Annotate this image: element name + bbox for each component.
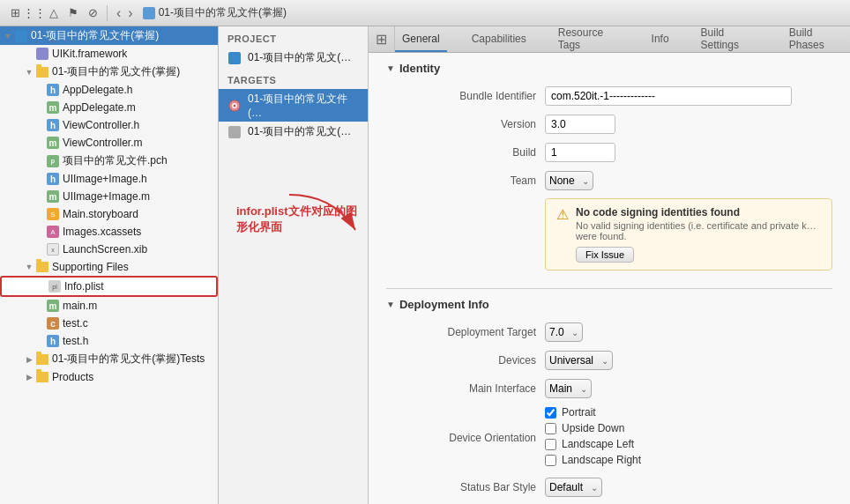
middle-panel: PROJECT 01-项目中的常见文(… TARGETS 01-项目中的常见文件… bbox=[219, 26, 369, 504]
bundle-identifier-label: Bundle Identifier bbox=[386, 90, 545, 102]
section-triangle-icon: ▼ bbox=[386, 63, 395, 73]
team-select-wrapper: None ⌄ bbox=[545, 171, 593, 190]
app-icon: ⊞ bbox=[7, 5, 23, 21]
devices-wrapper: Universal ⌄ bbox=[545, 351, 613, 370]
sidebar-item-uiimage-m[interactable]: ▶ m UIImage+Image.m bbox=[0, 188, 218, 205]
landscape-left-label: Landscape Left bbox=[562, 438, 634, 450]
sidebar-item-viewcontroller-h[interactable]: ▶ h ViewController.h bbox=[0, 116, 218, 134]
project-section-header: PROJECT bbox=[219, 26, 368, 48]
pch-icon: p bbox=[46, 154, 60, 168]
sidebar-item-products[interactable]: ▶ Products bbox=[0, 368, 218, 386]
warning-triangle-icon: ⚠ bbox=[556, 206, 569, 223]
section-triangle-icon: ▼ bbox=[386, 300, 395, 309]
identity-label: Identity bbox=[399, 62, 440, 75]
sidebar-item-test-h[interactable]: ▶ h test.h bbox=[0, 332, 218, 350]
version-input[interactable] bbox=[545, 115, 615, 134]
devices-select[interactable]: Universal bbox=[545, 351, 613, 370]
landscape-right-checkbox[interactable] bbox=[545, 455, 556, 466]
status-bar-select[interactable]: Default bbox=[545, 478, 602, 497]
m-icon: m bbox=[46, 189, 60, 204]
storyboard-icon: S bbox=[46, 207, 60, 221]
tabs: General Capabilities Resource Tags Info … bbox=[395, 26, 850, 52]
sidebar-item-uikit[interactable]: ▶ UIKit.framework bbox=[0, 45, 218, 63]
middle-target-test[interactable]: 01-项目中的常见文(… bbox=[219, 122, 368, 142]
sidebar-item-test-c[interactable]: ▶ c test.c bbox=[0, 315, 218, 332]
landscape-left-checkbox[interactable] bbox=[545, 439, 556, 450]
target-icon bbox=[227, 99, 242, 113]
project-folder-label: 01-项目中的常见文件(掌握) bbox=[52, 64, 180, 79]
annotation-text: infor.plist文件对应的图形化界面 bbox=[236, 204, 368, 235]
sidebar-item-launchxib[interactable]: ▶ x LaunchScreen.xib bbox=[0, 241, 218, 258]
version-label: Version bbox=[386, 118, 545, 130]
sidebar-item-uiimage-h[interactable]: ▶ h UIImage+Image.h bbox=[0, 170, 218, 188]
m-icon: m bbox=[46, 100, 60, 115]
back-button[interactable]: ‹ bbox=[114, 5, 123, 21]
sidebar-item-supporting[interactable]: ▼ Supporting Files bbox=[0, 258, 218, 276]
warning-icon: ⊘ bbox=[85, 5, 101, 21]
tab-capabilities[interactable]: Capabilities bbox=[465, 27, 533, 52]
deployment-section-title: ▼ Deployment Info bbox=[386, 298, 832, 311]
identity-section-title: ▼ Identity bbox=[386, 62, 832, 75]
triangle-icon: ▼ bbox=[25, 68, 34, 77]
warning-text-block: No code signing identities found No vali… bbox=[576, 206, 821, 263]
h-icon: h bbox=[46, 118, 60, 132]
h-icon: h bbox=[46, 172, 60, 186]
folder-icon bbox=[35, 370, 49, 384]
uikit-label: UIKit.framework bbox=[52, 48, 127, 60]
upside-down-label: Upside Down bbox=[562, 422, 624, 434]
project-icon bbox=[227, 51, 242, 65]
svg-point-2 bbox=[234, 104, 236, 107]
sidebar-item-pch[interactable]: ▶ p 项目中的常见文件.pch bbox=[0, 152, 218, 170]
c-icon: c bbox=[46, 316, 60, 330]
version-row: Version bbox=[386, 114, 832, 135]
main-layout: ▼ 01-项目中的常见文件(掌握) ▶ UIKit.framework ▼ 01… bbox=[0, 26, 850, 504]
sidebar-item-appdelegate-m[interactable]: ▶ m AppDelegate.m bbox=[0, 99, 218, 116]
nav-buttons[interactable]: ‹ › bbox=[114, 5, 136, 21]
sidebar-item-infoplist[interactable]: ▶ pl Info.plist bbox=[0, 276, 218, 297]
deployment-target-wrapper: 7.0 ⌄ bbox=[545, 322, 583, 342]
deployment-section: ▼ Deployment Info Deployment Target 7.0 … bbox=[386, 298, 832, 504]
targets-section-header: TARGETS bbox=[219, 68, 368, 89]
tab-bar: ⊞ General Capabilities Resource Tags Inf… bbox=[369, 26, 850, 53]
framework-icon bbox=[35, 47, 49, 61]
warning-desc: No valid signing identities (i.e. certif… bbox=[576, 220, 821, 241]
sidebar-item-viewcontroller-m[interactable]: ▶ m ViewController.m bbox=[0, 134, 218, 152]
sidebar-item-mainstoryboard[interactable]: ▶ S Main.storyboard bbox=[0, 205, 218, 223]
sidebar-item-project[interactable]: ▼ 01-项目中的常见文件(掌握) bbox=[0, 63, 218, 81]
sidebar-item-tests[interactable]: ▶ 01-项目中的常见文件(掌握)Tests bbox=[0, 350, 218, 368]
sidebar-item-root[interactable]: ▼ 01-项目中的常见文件(掌握) bbox=[0, 26, 218, 45]
content-area: ▼ Identity Bundle Identifier Version Bui… bbox=[369, 53, 850, 504]
upside-down-checkbox[interactable] bbox=[545, 423, 556, 434]
tab-general[interactable]: General bbox=[395, 27, 447, 52]
forward-button[interactable]: › bbox=[125, 5, 135, 21]
team-select[interactable]: None bbox=[545, 171, 593, 190]
main-interface-select[interactable]: Main bbox=[545, 379, 592, 398]
h-icon: h bbox=[46, 83, 60, 97]
identity-section: ▼ Identity Bundle Identifier Version Bui… bbox=[386, 62, 832, 271]
upside-down-row: Upside Down bbox=[545, 422, 641, 434]
middle-project-item[interactable]: 01-项目中的常见文(… bbox=[219, 48, 368, 68]
plist-icon: pl bbox=[48, 279, 62, 293]
fix-issue-button[interactable]: Fix Issue bbox=[576, 247, 634, 263]
middle-target-main[interactable]: 01-项目中的常见文件(… bbox=[219, 89, 368, 122]
bundle-identifier-input[interactable] bbox=[545, 86, 792, 106]
sidebar-item-main-m[interactable]: ▶ m main.m bbox=[0, 297, 218, 315]
deployment-target-select[interactable]: 7.0 bbox=[545, 322, 583, 342]
portrait-checkbox[interactable] bbox=[545, 407, 556, 419]
sidebar-item-appdelegate-h[interactable]: ▶ h AppDelegate.h bbox=[0, 81, 218, 99]
sidebar-toggle-button[interactable]: ⊞ bbox=[369, 26, 395, 52]
team-label: Team bbox=[386, 174, 545, 187]
main-interface-row: Main Interface Main ⌄ bbox=[386, 378, 832, 399]
tab-info[interactable]: Info bbox=[645, 27, 676, 52]
portrait-row: Portrait bbox=[545, 406, 641, 419]
build-input[interactable] bbox=[545, 143, 615, 162]
status-bar-label: Status Bar Style bbox=[386, 481, 545, 493]
target-main-label: 01-项目中的常见文件(… bbox=[248, 92, 359, 119]
sidebar-item-xcassets[interactable]: ▶ A Images.xcassets bbox=[0, 223, 218, 241]
tag-icon: △ bbox=[46, 5, 62, 21]
target-test-icon bbox=[227, 125, 242, 139]
project-icon bbox=[14, 29, 28, 43]
device-orientation-row: Device Orientation Portrait Upside Down bbox=[386, 406, 832, 470]
main-interface-label: Main Interface bbox=[386, 382, 545, 395]
team-row: Team None ⌄ bbox=[386, 170, 832, 191]
